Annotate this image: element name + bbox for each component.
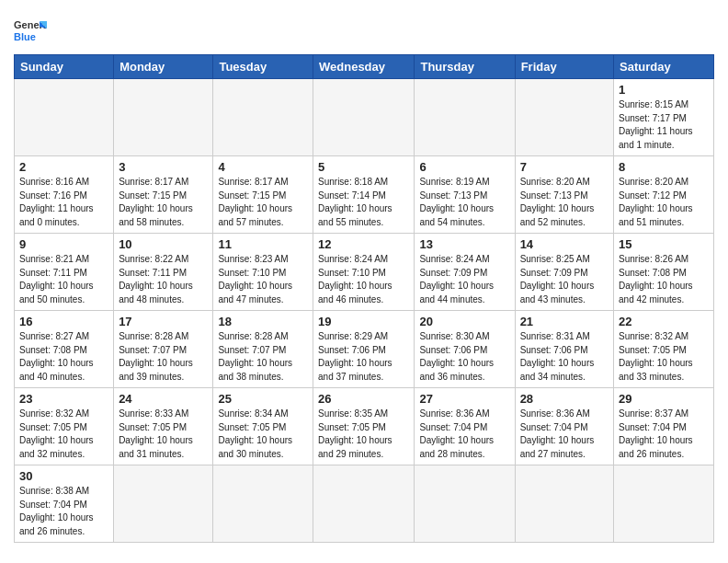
day-cell: 25Sunrise: 8:34 AM Sunset: 7:05 PM Dayli… — [213, 388, 313, 465]
day-cell: 19Sunrise: 8:29 AM Sunset: 7:06 PM Dayli… — [313, 311, 415, 388]
week-row-2: 2Sunrise: 8:16 AM Sunset: 7:16 PM Daylig… — [15, 156, 714, 234]
day-cell: 26Sunrise: 8:35 AM Sunset: 7:05 PM Dayli… — [313, 388, 415, 465]
day-cell — [313, 465, 415, 543]
day-cell: 13Sunrise: 8:24 AM Sunset: 7:09 PM Dayli… — [415, 234, 515, 311]
day-cell — [515, 465, 613, 543]
week-row-6: 30Sunrise: 8:38 AM Sunset: 7:04 PM Dayli… — [15, 465, 714, 543]
day-cell: 29Sunrise: 8:37 AM Sunset: 7:04 PM Dayli… — [614, 388, 714, 465]
day-info: Sunrise: 8:15 AM Sunset: 7:17 PM Dayligh… — [619, 98, 709, 152]
day-cell — [213, 465, 313, 543]
day-cell — [313, 79, 415, 156]
day-cell: 15Sunrise: 8:26 AM Sunset: 7:08 PM Dayli… — [614, 234, 714, 311]
day-info: Sunrise: 8:28 AM Sunset: 7:07 PM Dayligh… — [119, 330, 208, 384]
day-cell: 2Sunrise: 8:16 AM Sunset: 7:16 PM Daylig… — [15, 156, 114, 234]
day-cell: 8Sunrise: 8:20 AM Sunset: 7:12 PM Daylig… — [614, 156, 714, 234]
day-info: Sunrise: 8:16 AM Sunset: 7:16 PM Dayligh… — [19, 176, 108, 229]
day-info: Sunrise: 8:38 AM Sunset: 7:04 PM Dayligh… — [19, 485, 108, 538]
day-number: 16 — [19, 315, 108, 328]
day-cell: 27Sunrise: 8:36 AM Sunset: 7:04 PM Dayli… — [415, 388, 515, 465]
weekday-monday: Monday — [114, 55, 213, 79]
svg-text:Blue: Blue — [14, 31, 36, 42]
day-number: 9 — [19, 237, 108, 251]
weekday-friday: Friday — [515, 55, 613, 79]
day-number: 20 — [419, 315, 509, 328]
day-info: Sunrise: 8:29 AM Sunset: 7:06 PM Dayligh… — [318, 330, 409, 384]
page: General Blue SundayMondayTuesdayWednesda… — [0, 0, 728, 552]
day-cell: 10Sunrise: 8:22 AM Sunset: 7:11 PM Dayli… — [114, 234, 213, 311]
day-number: 29 — [619, 392, 709, 406]
weekday-sunday: Sunday — [15, 55, 114, 79]
day-info: Sunrise: 8:34 AM Sunset: 7:05 PM Dayligh… — [218, 408, 308, 461]
day-cell — [114, 79, 213, 156]
day-number: 25 — [218, 392, 308, 406]
day-info: Sunrise: 8:37 AM Sunset: 7:04 PM Dayligh… — [619, 408, 709, 461]
day-number: 28 — [520, 392, 609, 406]
week-row-5: 23Sunrise: 8:32 AM Sunset: 7:05 PM Dayli… — [15, 388, 714, 465]
week-row-3: 9Sunrise: 8:21 AM Sunset: 7:11 PM Daylig… — [15, 234, 714, 311]
day-number: 23 — [19, 392, 108, 406]
weekday-wednesday: Wednesday — [313, 55, 415, 79]
day-cell: 14Sunrise: 8:25 AM Sunset: 7:09 PM Dayli… — [515, 234, 613, 311]
day-info: Sunrise: 8:22 AM Sunset: 7:11 PM Dayligh… — [119, 253, 208, 306]
day-cell — [515, 79, 613, 156]
day-number: 4 — [218, 160, 308, 174]
day-cell: 21Sunrise: 8:31 AM Sunset: 7:06 PM Dayli… — [515, 311, 613, 388]
day-number: 17 — [119, 315, 208, 328]
day-info: Sunrise: 8:24 AM Sunset: 7:09 PM Dayligh… — [419, 253, 509, 306]
day-number: 24 — [119, 392, 208, 406]
day-info: Sunrise: 8:26 AM Sunset: 7:08 PM Dayligh… — [619, 253, 709, 306]
day-number: 3 — [119, 160, 208, 174]
day-cell: 23Sunrise: 8:32 AM Sunset: 7:05 PM Dayli… — [15, 388, 114, 465]
day-number: 2 — [19, 160, 108, 174]
day-cell: 11Sunrise: 8:23 AM Sunset: 7:10 PM Dayli… — [213, 234, 313, 311]
day-cell: 4Sunrise: 8:17 AM Sunset: 7:15 PM Daylig… — [213, 156, 313, 234]
day-cell: 30Sunrise: 8:38 AM Sunset: 7:04 PM Dayli… — [15, 465, 114, 543]
week-row-1: 1Sunrise: 8:15 AM Sunset: 7:17 PM Daylig… — [15, 79, 714, 156]
day-cell: 1Sunrise: 8:15 AM Sunset: 7:17 PM Daylig… — [614, 79, 714, 156]
day-cell: 16Sunrise: 8:27 AM Sunset: 7:08 PM Dayli… — [15, 311, 114, 388]
week-row-4: 16Sunrise: 8:27 AM Sunset: 7:08 PM Dayli… — [15, 311, 714, 388]
day-info: Sunrise: 8:17 AM Sunset: 7:15 PM Dayligh… — [218, 176, 308, 229]
day-info: Sunrise: 8:30 AM Sunset: 7:06 PM Dayligh… — [419, 330, 509, 384]
day-info: Sunrise: 8:25 AM Sunset: 7:09 PM Dayligh… — [520, 253, 609, 306]
day-number: 12 — [318, 237, 409, 251]
day-info: Sunrise: 8:20 AM Sunset: 7:13 PM Dayligh… — [520, 176, 609, 229]
day-info: Sunrise: 8:23 AM Sunset: 7:10 PM Dayligh… — [218, 253, 308, 306]
day-number: 18 — [218, 315, 308, 328]
day-cell: 7Sunrise: 8:20 AM Sunset: 7:13 PM Daylig… — [515, 156, 613, 234]
day-info: Sunrise: 8:36 AM Sunset: 7:04 PM Dayligh… — [419, 408, 509, 461]
day-info: Sunrise: 8:19 AM Sunset: 7:13 PM Dayligh… — [419, 176, 509, 229]
weekday-tuesday: Tuesday — [213, 55, 313, 79]
day-cell: 28Sunrise: 8:36 AM Sunset: 7:04 PM Dayli… — [515, 388, 613, 465]
day-info: Sunrise: 8:27 AM Sunset: 7:08 PM Dayligh… — [19, 330, 108, 384]
day-cell: 20Sunrise: 8:30 AM Sunset: 7:06 PM Dayli… — [415, 311, 515, 388]
day-info: Sunrise: 8:17 AM Sunset: 7:15 PM Dayligh… — [119, 176, 208, 229]
day-cell: 17Sunrise: 8:28 AM Sunset: 7:07 PM Dayli… — [114, 311, 213, 388]
day-info: Sunrise: 8:33 AM Sunset: 7:05 PM Dayligh… — [119, 408, 208, 461]
day-cell — [213, 79, 313, 156]
day-cell: 9Sunrise: 8:21 AM Sunset: 7:11 PM Daylig… — [15, 234, 114, 311]
day-number: 5 — [318, 160, 409, 174]
day-cell: 5Sunrise: 8:18 AM Sunset: 7:14 PM Daylig… — [313, 156, 415, 234]
day-info: Sunrise: 8:20 AM Sunset: 7:12 PM Dayligh… — [619, 176, 709, 229]
day-cell: 18Sunrise: 8:28 AM Sunset: 7:07 PM Dayli… — [213, 311, 313, 388]
day-info: Sunrise: 8:28 AM Sunset: 7:07 PM Dayligh… — [218, 330, 308, 384]
day-info: Sunrise: 8:31 AM Sunset: 7:06 PM Dayligh… — [520, 330, 609, 384]
day-number: 8 — [619, 160, 709, 174]
day-info: Sunrise: 8:32 AM Sunset: 7:05 PM Dayligh… — [619, 330, 709, 384]
day-info: Sunrise: 8:21 AM Sunset: 7:11 PM Dayligh… — [19, 253, 108, 306]
day-number: 19 — [318, 315, 409, 328]
day-cell: 6Sunrise: 8:19 AM Sunset: 7:13 PM Daylig… — [415, 156, 515, 234]
day-number: 11 — [218, 237, 308, 251]
day-number: 13 — [419, 237, 509, 251]
day-number: 7 — [520, 160, 609, 174]
day-info: Sunrise: 8:24 AM Sunset: 7:10 PM Dayligh… — [318, 253, 409, 306]
day-info: Sunrise: 8:32 AM Sunset: 7:05 PM Dayligh… — [19, 408, 108, 461]
header: General Blue — [14, 9, 714, 47]
day-number: 6 — [419, 160, 509, 174]
day-cell — [614, 465, 714, 543]
day-number: 21 — [520, 315, 609, 328]
day-cell — [415, 465, 515, 543]
day-cell: 3Sunrise: 8:17 AM Sunset: 7:15 PM Daylig… — [114, 156, 213, 234]
logo: General Blue — [14, 14, 51, 47]
